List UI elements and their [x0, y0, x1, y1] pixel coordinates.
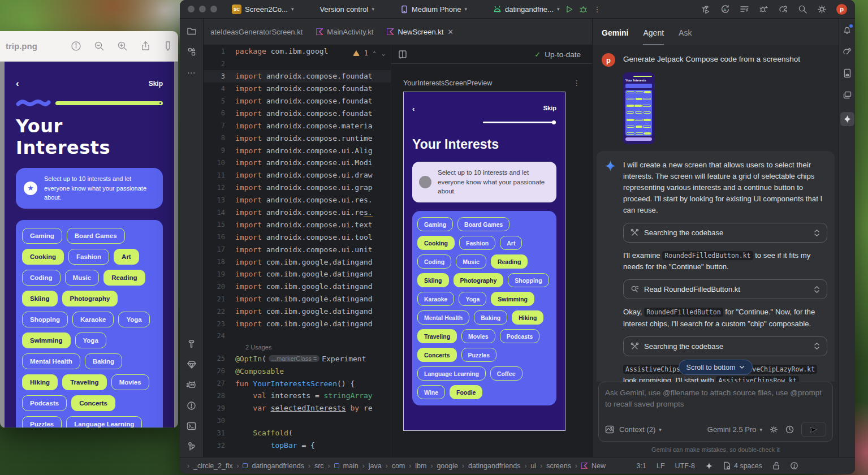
editor-tab[interactable]: NewScreen.kt ✕ [380, 19, 460, 45]
gradle-tool-icon[interactable] [842, 47, 852, 56]
interest-chip: Gaming [22, 228, 62, 244]
scroll-to-bottom-button[interactable]: Scroll to bottom [679, 360, 753, 375]
editor-tab[interactable]: MainActivity.kt ✕ [309, 19, 380, 45]
write-access-lock-icon[interactable] [772, 461, 780, 470]
project-tool-icon[interactable] [187, 27, 197, 36]
breadcrumb-item[interactable]: › google [430, 462, 458, 470]
breadcrumb-item[interactable]: › src [308, 462, 324, 470]
zoom-out-icon[interactable] [94, 41, 105, 51]
more-actions-kebab[interactable]: ⋮ [593, 5, 601, 14]
breadcrumb-item[interactable]: › datingandfriends [462, 462, 520, 470]
info-text: Select up to 10 interests and let everyo… [44, 174, 155, 202]
preview-toolbar: ✓ Up-to-date [391, 45, 592, 64]
file-encoding[interactable]: UTF-8 [675, 462, 695, 470]
notifications-bell-icon[interactable] [843, 25, 852, 34]
indent-widget[interactable]: 4 spaces [723, 461, 762, 470]
send-button[interactable] [801, 422, 826, 437]
settings-gear-icon[interactable] [817, 5, 827, 14]
attach-debugger-icon[interactable] [759, 5, 768, 14]
app-quality-insights-icon[interactable] [187, 360, 197, 369]
gradle-sync-icon[interactable] [778, 5, 788, 14]
vcs-widget[interactable]: Version control▾ [319, 5, 374, 14]
breadcrumb-item[interactable]: › com [386, 462, 405, 470]
window-controls[interactable] [188, 6, 217, 12]
interest-chip: Swimming [22, 332, 71, 348]
breadcrumb-item[interactable]: › New [575, 462, 606, 470]
logcat-tool-icon[interactable] [186, 381, 197, 390]
share-icon[interactable] [140, 41, 151, 51]
todo-list-icon[interactable] [740, 5, 749, 14]
run-config-selector[interactable]: datingandfrie...▾ [493, 5, 560, 14]
tool-call-searching[interactable]: Searching the codebase [623, 223, 827, 243]
attach-image-icon[interactable] [605, 425, 614, 434]
project-widget[interactable]: SC Screen2Co...▾ [232, 5, 293, 14]
tab-ask[interactable]: Ask [679, 28, 692, 45]
prompt-input[interactable] [605, 387, 826, 422]
build-run-icon[interactable] [701, 5, 711, 14]
screenshot-thumbnail[interactable]: Your Interests [623, 72, 655, 144]
run-button[interactable] [565, 5, 573, 14]
debug-button[interactable] [579, 5, 588, 14]
interest-chip: Art [500, 236, 522, 250]
markup-pencil-icon[interactable] [163, 41, 172, 51]
breadcrumb-separator-icon: › [362, 462, 365, 470]
build-tool-icon[interactable] [187, 339, 196, 349]
tab-close-icon[interactable]: ✕ [447, 28, 454, 36]
inspections-widget[interactable]: 1 ⌃ ⌄ [351, 48, 388, 58]
context-dropdown[interactable]: Context (2)▾ [619, 425, 662, 434]
breadcrumb-item[interactable]: › ibm [409, 462, 426, 470]
problems-tool-icon[interactable] [187, 401, 196, 411]
info-icon[interactable] [71, 41, 81, 51]
interest-chip: Skiing [417, 273, 449, 287]
breadcrumb-item[interactable]: › screens [540, 462, 571, 470]
usages-hint[interactable]: 2 Usages [204, 342, 391, 352]
code-line: 31 Scaffold( [204, 427, 391, 439]
code-line: 21import com.ibm.google.datingand [204, 293, 391, 305]
search-everywhere-icon[interactable] [798, 5, 807, 14]
build-variants-icon[interactable] [843, 90, 852, 100]
more-tools-icon[interactable]: ⋯ [187, 68, 196, 78]
breadcrumb-item[interactable]: › datingandfriends [236, 462, 304, 470]
tool-call-searching[interactable]: Searching the codebase [623, 336, 827, 356]
layout-mode-icon[interactable] [398, 50, 407, 59]
git-branch-tool-icon[interactable] [187, 442, 196, 451]
tab-agent[interactable]: Agent [643, 28, 664, 45]
preview-name[interactable]: YourInterestsScreenPreview [403, 79, 492, 87]
caret-position[interactable]: 3:1 [637, 462, 646, 470]
interest-chip: Language Learning [66, 416, 142, 428]
star-badge-icon: ★ [24, 182, 37, 195]
highlighting-level-icon[interactable] [790, 461, 798, 470]
editor-tab[interactable]: ateIdeasGeneratorScreen.kt ✕ [204, 19, 309, 45]
model-selector[interactable]: Gemini 2.5 Pro▾ [707, 425, 762, 434]
profiler-icon[interactable]: A [720, 5, 730, 14]
breadcrumb-item[interactable]: › main [328, 462, 359, 470]
interest-chip: Yoga [118, 312, 149, 327]
history-clock-icon[interactable] [785, 425, 794, 434]
device-selector[interactable]: Medium Phone▾ [400, 5, 467, 14]
commit-tool-icon[interactable] [187, 47, 196, 57]
user-avatar[interactable]: p [836, 4, 847, 15]
gemini-response: I will create a new screen that allows u… [597, 151, 835, 382]
device-manager-icon[interactable] [843, 68, 852, 78]
code-editor[interactable]: 1 ⌃ ⌄ 1package com.ibm.googl23import and… [204, 45, 391, 457]
user-message: p Generate Jetpack Compose code from a s… [593, 45, 839, 71]
interest-chip: Movies [111, 374, 149, 390]
breadcrumb-item[interactable]: › _circle_2_fix [187, 462, 232, 470]
svg-text:A: A [723, 7, 727, 12]
breadcrumb-item[interactable]: › java [362, 462, 382, 470]
code-line: 10import androidx.compose.ui.Modi [204, 157, 391, 169]
ai-spark-icon[interactable] [705, 462, 713, 470]
breadcrumb-item[interactable]: › ui [524, 462, 536, 470]
interest-chip: Concerts [417, 348, 457, 362]
line-ending[interactable]: LF [657, 462, 665, 470]
zoom-in-icon[interactable] [117, 41, 128, 51]
gemini-tool-icon[interactable] [840, 112, 854, 126]
interest-chip: Baking [85, 353, 122, 369]
preview-kebab-icon[interactable]: ⋮ [573, 79, 581, 87]
prev-next-problem-chevrons[interactable]: ⌃ ⌄ [373, 50, 386, 57]
gemini-settings-gear-icon[interactable] [770, 425, 778, 434]
interest-chip: Mental Health [417, 310, 469, 325]
code-line: 4import androidx.compose.foundat [204, 83, 391, 95]
tool-call-read-file[interactable]: Read RoundedFilledButton.kt [623, 279, 827, 299]
terminal-tool-icon[interactable] [187, 422, 196, 430]
